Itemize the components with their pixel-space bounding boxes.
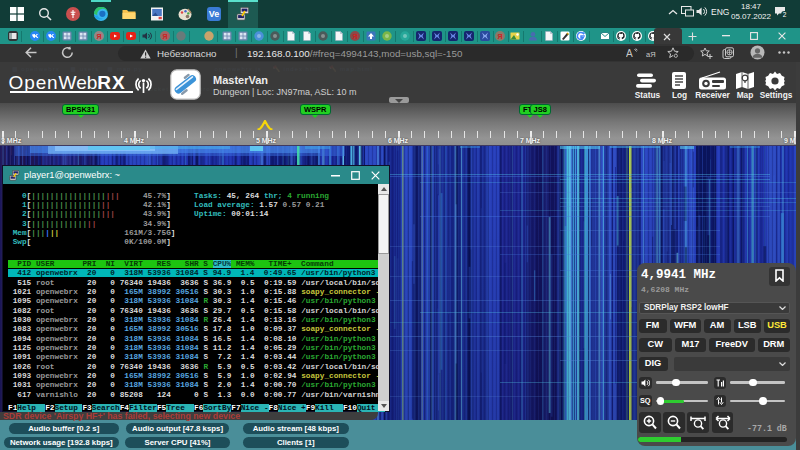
svg-text:A: A xyxy=(626,48,633,59)
svg-text:Я: Я xyxy=(497,33,502,40)
svg-text:2: 2 xyxy=(783,11,787,18)
svg-text:aЯ: aЯ xyxy=(646,49,656,58)
svg-text:Я: Я xyxy=(162,33,167,40)
svg-text:Я: Я xyxy=(352,33,357,40)
svg-text:Ve: Ve xyxy=(209,9,220,19)
svg-text:Я: Я xyxy=(96,33,101,40)
